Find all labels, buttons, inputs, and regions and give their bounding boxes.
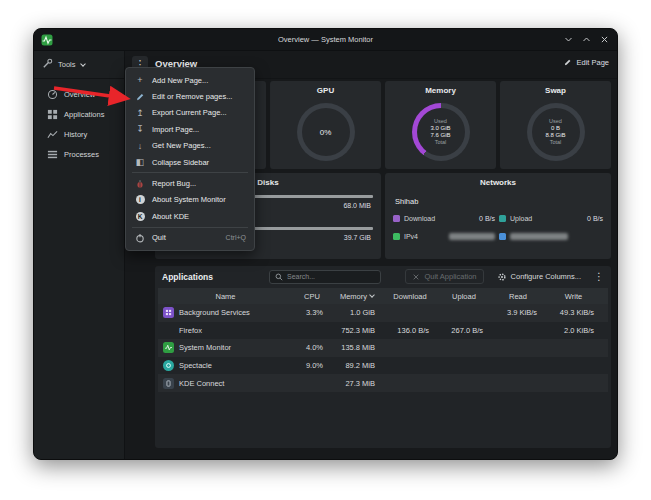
- menu-separator: [132, 172, 248, 173]
- swap-ring: Used 0 B 8.8 GiB Total: [527, 103, 585, 161]
- memory-used-label: Used: [434, 118, 447, 125]
- edit-page-button[interactable]: Edit Page: [563, 58, 609, 67]
- maximize-button[interactable]: [580, 33, 593, 46]
- memory-card-title: Memory: [385, 86, 496, 95]
- quit-application-label: Quit Application: [424, 272, 476, 281]
- menu-item-about-system-monitor[interactable]: i About System Monitor: [126, 192, 254, 208]
- add-icon: +: [134, 74, 146, 86]
- gpu-value: 0%: [320, 129, 332, 136]
- swap-card: Swap Used 0 B 8.8 GiB Total: [500, 81, 611, 169]
- gpu-ring: 0%: [297, 103, 355, 161]
- minimize-button[interactable]: [562, 33, 575, 46]
- tools-menu-button[interactable]: Tools: [34, 51, 124, 79]
- applications-toolbar: Applications Quit Application Configure …: [155, 266, 611, 287]
- upload-value: 0 B/s: [587, 215, 603, 222]
- memory-ring: Used 3.0 GiB 7.6 GiB Total: [412, 103, 470, 161]
- column-header-download[interactable]: Download: [383, 292, 437, 301]
- column-header-name[interactable]: Name: [158, 292, 293, 301]
- menu-item-add-new-page[interactable]: + Add New Page...: [126, 72, 254, 88]
- titlebar: Overview — System Monitor: [34, 29, 617, 51]
- upload-label: Upload: [510, 215, 532, 222]
- table-row[interactable]: KDE Connect 27.3 MiB: [158, 374, 608, 392]
- quit-application-button[interactable]: Quit Application: [405, 269, 483, 284]
- close-x-icon: [412, 273, 420, 281]
- search-input[interactable]: [287, 273, 367, 280]
- menu-item-edit-or-remove-pages[interactable]: Edit or Remove pages...: [126, 88, 254, 104]
- ipv4-legend-swatch: [393, 233, 400, 240]
- memory-total-value: 7.6 GiB: [430, 132, 450, 139]
- spectacle-icon: [163, 360, 174, 371]
- applications-table: Name CPU Memory Download Upload Read Wri…: [158, 288, 608, 392]
- power-icon: [134, 232, 146, 244]
- table-row[interactable]: Firefox 752.3 MiB 136.0 B/s 267.0 B/s 2.…: [158, 322, 608, 340]
- column-header-cpu[interactable]: CPU: [293, 292, 331, 301]
- close-button[interactable]: [598, 33, 611, 46]
- import-icon: ↧: [134, 123, 146, 135]
- edit-page-label: Edit Page: [576, 58, 609, 67]
- collapse-sidebar-icon: ◧: [134, 156, 146, 168]
- table-overflow-button[interactable]: ⋮: [594, 271, 604, 282]
- sidebar: Tools Overview Applications History: [34, 51, 125, 459]
- table-row[interactable]: System Monitor 4.0% 135.8 MiB: [158, 339, 608, 357]
- gauge-icon: [46, 88, 58, 100]
- applications-card: Applications Quit Application Configure …: [155, 266, 611, 448]
- sort-chevron-down-icon: [369, 292, 375, 298]
- download-value: 0 B/s: [479, 215, 495, 222]
- tools-icon: [42, 58, 53, 71]
- column-header-memory[interactable]: Memory: [331, 292, 383, 301]
- swap-used-value: 0 B: [551, 125, 560, 132]
- table-row[interactable]: Background Services 3.3% 1.0 GiB 3.9 KiB…: [158, 304, 608, 322]
- swap-total-value: 8.8 GiB: [545, 132, 565, 139]
- menu-item-get-new-pages[interactable]: ↓ Get New Pages...: [126, 138, 254, 154]
- sidebar-item-overview[interactable]: Overview: [34, 84, 124, 104]
- app-icon-placeholder: [163, 325, 174, 336]
- sidebar-item-processes[interactable]: Processes: [34, 144, 124, 164]
- sidebar-item-applications[interactable]: Applications: [34, 104, 124, 124]
- search-box[interactable]: [269, 270, 381, 284]
- ipv6-legend-swatch: [499, 233, 506, 240]
- sidebar-item-label: History: [64, 130, 87, 139]
- sidebar-item-label: Processes: [64, 150, 99, 159]
- sidebar-item-label: Overview: [64, 90, 95, 99]
- column-header-write[interactable]: Write: [545, 292, 602, 301]
- memory-card: Memory Used 3.0 GiB 7.6 GiB Total: [385, 81, 496, 169]
- menu-item-report-bug[interactable]: Report Bug...: [126, 175, 254, 191]
- sidebar-item-history[interactable]: History: [34, 124, 124, 144]
- app-name: Background Services: [179, 308, 250, 317]
- hamburger-menu-popup: + Add New Page... Edit or Remove pages..…: [125, 67, 255, 251]
- app-name: Spectacle: [179, 361, 212, 370]
- table-row[interactable]: Spectacle 9.0% 89.2 MiB: [158, 357, 608, 375]
- chevron-down-icon: [80, 61, 86, 67]
- menu-item-quit[interactable]: Quit Ctrl+Q: [126, 230, 254, 246]
- export-icon: ↥: [134, 107, 146, 119]
- download-label: Download: [404, 215, 435, 222]
- menu-separator: [132, 227, 248, 228]
- table-header-row: Name CPU Memory Download Upload Read Wri…: [158, 288, 608, 304]
- quit-shortcut: Ctrl+Q: [226, 234, 246, 241]
- system-monitor-icon: [163, 342, 174, 353]
- pencil-icon: [563, 58, 572, 67]
- configure-columns-button[interactable]: Configure Columns...: [491, 269, 587, 284]
- memory-total-label: Total: [435, 139, 447, 146]
- tools-label: Tools: [58, 60, 76, 69]
- history-chart-icon: [46, 128, 58, 140]
- sidebar-item-label: Applications: [64, 110, 104, 119]
- memory-used-value: 3.0 GiB: [430, 125, 450, 132]
- menu-item-about-kde[interactable]: K About KDE: [126, 208, 254, 224]
- download-legend-swatch: [393, 215, 400, 222]
- applications-title: Applications: [162, 272, 213, 282]
- column-header-upload[interactable]: Upload: [437, 292, 491, 301]
- bug-icon: [134, 178, 146, 190]
- menu-item-export-current-page[interactable]: ↥ Export Current Page...: [126, 105, 254, 121]
- swap-card-title: Swap: [500, 86, 611, 95]
- swap-used-label: Used: [549, 118, 562, 125]
- gpu-card-title: GPU: [270, 86, 381, 95]
- menu-item-import-page[interactable]: ↧ Import Page...: [126, 121, 254, 137]
- column-header-read[interactable]: Read: [491, 292, 545, 301]
- kde-connect-icon: [163, 378, 174, 389]
- get-new-icon: ↓: [134, 140, 146, 152]
- menu-item-collapse-sidebar[interactable]: ◧ Collapse Sidebar: [126, 154, 254, 170]
- search-icon: [275, 273, 283, 281]
- swap-total-label: Total: [550, 139, 562, 146]
- networks-card-title: Networks: [385, 178, 611, 187]
